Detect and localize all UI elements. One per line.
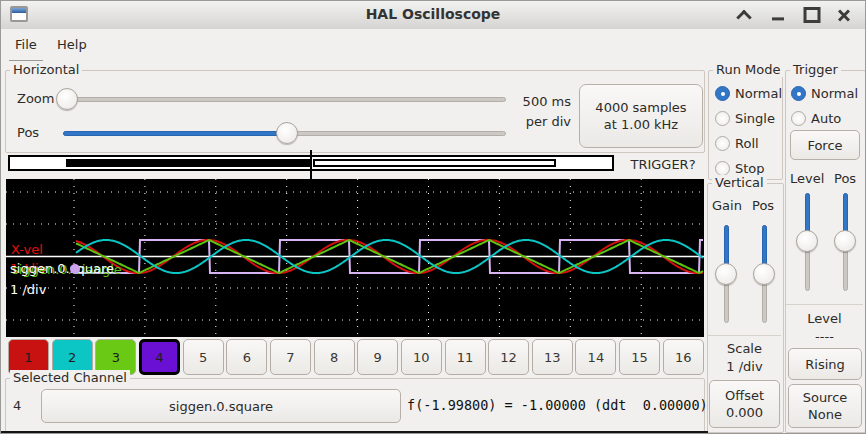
selected-channel-frame-label: Selected Channel [10,370,130,385]
zoom-slider-track[interactable] [58,97,506,102]
scope-selected-name-label: siggen.0.square [10,261,114,276]
gain-slider-thumb[interactable] [715,263,737,285]
pos-slider-thumb[interactable] [276,122,298,144]
trigger-pos-slider-label: Pos [834,171,856,186]
channel-button-9[interactable]: 9 [357,339,398,375]
minimize-icon [772,17,784,20]
selected-channel-name-button[interactable]: siggen.0.square [41,389,401,423]
trigger-position-marker [310,150,312,179]
trigger-status-label: TRIGGER? [621,157,705,172]
samples-button[interactable]: 4000 samples at 1.00 kHz [579,84,703,148]
channel-button-5[interactable]: 5 [183,339,224,375]
gain-slider-label: Gain [712,198,742,213]
menu-file[interactable]: File [9,36,43,61]
channel-button-10[interactable]: 10 [401,339,442,375]
radio-label: Stop [735,161,765,176]
close-button[interactable] [833,5,855,25]
channel-button-13[interactable]: 13 [532,339,573,375]
radio-icon [715,161,730,176]
radio-icon [715,136,730,151]
time-per-div-value: 500 ms [501,94,571,109]
radio-label: Normal [811,86,858,101]
radio-label: Normal [735,86,782,101]
radio-label: Roll [735,136,759,151]
offset-caption: Offset [725,387,764,404]
time-per-div-caption: per div [501,114,571,129]
selected-channel-start-marker [70,264,80,274]
radio-icon [791,86,806,101]
channel-button-4[interactable]: 4 [139,339,180,375]
maximize-icon [804,7,821,23]
record-window-indicator [313,159,556,167]
channel-value-readout: f(-1.99800) = -1.00000 (ddt 0.00000) [407,397,708,413]
slope-button-label: Rising [805,356,845,373]
scope-display[interactable]: X-vel 1 /div siggen.0.triangle siggen.0.… [6,179,704,337]
radio-icon [715,86,730,101]
scale-value: 1 /div [707,359,782,374]
zoom-slider-label: Zoom [17,91,54,106]
pos-slider-label: Pos [17,125,39,140]
force-button-label: Force [807,137,842,154]
samples-line2: at 1.00 kHz [604,116,678,133]
channel-button-7[interactable]: 7 [270,339,311,375]
maximize-button[interactable] [801,5,823,25]
offset-value: 0.000 [726,404,763,421]
samples-line1: 4000 samples [595,99,686,116]
offset-button[interactable]: Offset 0.000 [709,380,780,428]
source-caption: Source [803,389,848,406]
menu-help[interactable]: Help [51,36,93,53]
vertical-pos-slider-label: Pos [752,198,774,213]
trigger-level-caption: Level [785,311,864,326]
radio-label: Auto [811,111,841,126]
record-filled-indicator [66,159,311,167]
app-window: HAL Oscilloscope File Help Horizontal Zo… [0,0,866,434]
shade-button[interactable] [733,5,755,25]
channel-button-14[interactable]: 14 [575,339,616,375]
radio-label: Single [735,111,775,126]
trigger-source-button[interactable]: Source None [788,384,862,428]
trigger-level-value: ---- [785,329,864,344]
zoom-slider-thumb[interactable] [56,88,78,110]
close-icon [837,8,851,22]
radio-icon [715,111,730,126]
trigger-slope-button[interactable]: Rising [788,348,862,380]
vertical-separator [708,335,781,336]
channel-button-11[interactable]: 11 [445,339,486,375]
vertical-pos-slider-thumb[interactable] [753,263,775,285]
radio-icon [791,111,806,126]
trigger-frame-label: Trigger [790,62,841,77]
scope-ch1-name-label: X-vel [11,242,43,257]
channel-button-6[interactable]: 6 [226,339,267,375]
trigger-separator [786,304,863,305]
vertical-frame-label: Vertical [712,175,767,190]
scope-selected-scale-label: 1 /div [10,282,46,297]
channel-button-15[interactable]: 15 [619,339,660,375]
chevron-up-icon [736,10,752,26]
scale-caption: Scale [707,341,782,356]
run-mode-frame-label: Run Mode [713,62,783,77]
scope-canvas [6,179,704,337]
trigger-pos-slider-thumb[interactable] [834,230,856,252]
minimize-button[interactable] [767,5,789,25]
level-slider-label: Level [790,171,824,186]
force-button[interactable]: Force [790,130,860,160]
source-value: None [808,406,842,423]
channel-button-16[interactable]: 16 [663,339,704,375]
horizontal-frame-label: Horizontal [10,62,82,77]
level-slider-thumb[interactable] [796,230,818,252]
channel-button-12[interactable]: 12 [488,339,529,375]
selected-channel-name: siggen.0.square [169,398,273,415]
menu-bar: File Help [1,29,865,58]
pos-slider-fill [63,131,287,136]
channel-button-8[interactable]: 8 [314,339,355,375]
title-bar[interactable]: HAL Oscilloscope [1,1,865,30]
selected-channel-number: 4 [13,398,33,413]
